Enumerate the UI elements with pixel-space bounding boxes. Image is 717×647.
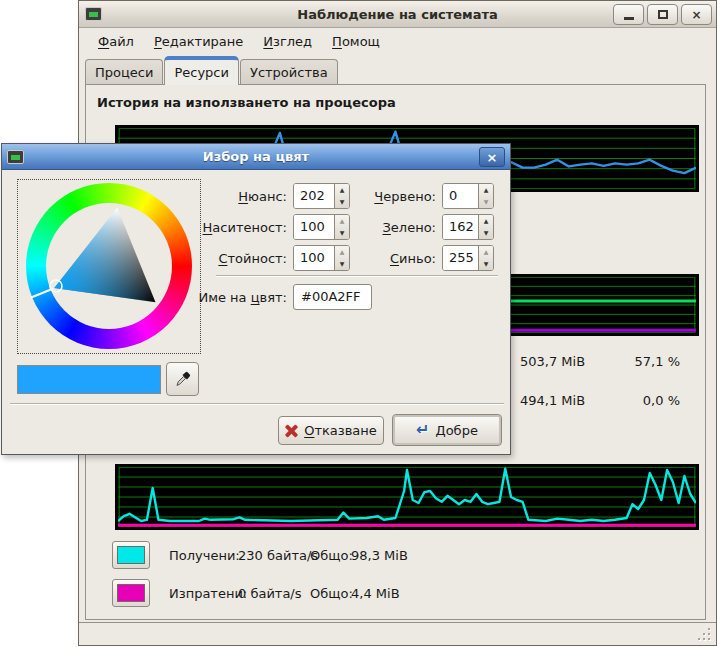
memory-used-percent: 57,1 % xyxy=(615,354,680,369)
statusbar xyxy=(79,622,716,645)
hue-label: Нюанс: xyxy=(238,189,287,204)
menubar: Файл Редактиране Изглед Помощ xyxy=(80,29,715,54)
menu-help[interactable]: Помощ xyxy=(322,32,390,51)
sent-total-label: Общо: xyxy=(310,586,353,601)
ok-enter-icon: ↵ xyxy=(416,423,429,437)
received-legend-row: Получени: 230 байта/s Общо: 98,3 MiB xyxy=(112,540,150,570)
minimize-button[interactable] xyxy=(613,4,644,25)
spinner-arrows[interactable]: ▲▼ xyxy=(334,246,349,270)
spin-down-icon: ▼ xyxy=(335,196,349,208)
received-color-swatch xyxy=(117,546,145,564)
spin-up-icon: ▲ xyxy=(335,246,349,258)
tab-resources[interactable]: Ресурси xyxy=(164,56,239,85)
hsv-wheel-frame xyxy=(17,179,201,354)
value-spinner[interactable]: 100 ▲▼ xyxy=(293,245,350,271)
close-icon: × xyxy=(487,150,498,165)
hue-marker xyxy=(31,289,53,298)
hue-spinner[interactable]: 202 ▲▼ xyxy=(293,183,350,209)
spinner-arrows[interactable]: ▲▼ xyxy=(334,215,349,239)
minimize-icon xyxy=(624,17,634,20)
ok-button[interactable]: ↵ Добре xyxy=(392,414,502,446)
sv-triangle[interactable] xyxy=(26,183,192,349)
color-name-label: Име на цвят: xyxy=(198,290,287,305)
color-picker-dialog: Избор на цвят × Нюанс: 202 ▲▼ Нас xyxy=(1,143,511,455)
blue-spinner[interactable]: 255 ▲▼ xyxy=(442,245,494,271)
close-button[interactable]: × xyxy=(681,4,712,25)
saturation-label: Наситеност: xyxy=(203,220,287,235)
sent-legend-row: Изпратени: 0 байта/s Общо: 4,4 MiB xyxy=(112,578,150,608)
cancel-button[interactable]: Отказване xyxy=(278,416,384,445)
menu-view[interactable]: Изглед xyxy=(253,32,322,51)
spinner-arrows[interactable]: ▲▼ xyxy=(478,215,493,239)
menu-edit[interactable]: Редактиране xyxy=(144,32,253,51)
resize-grip-icon[interactable] xyxy=(698,628,710,640)
dialog-title: Избор на цвят xyxy=(2,149,510,164)
spin-up-icon: ▲ xyxy=(479,184,493,196)
spin-down-icon: ▼ xyxy=(479,196,493,208)
spinner-arrows[interactable]: ▲▼ xyxy=(478,184,493,208)
maximize-button[interactable] xyxy=(647,4,678,25)
spin-down-icon: ▼ xyxy=(335,227,349,239)
spin-up-icon: ▲ xyxy=(335,184,349,196)
received-label: Получени: xyxy=(169,548,240,563)
tab-processes[interactable]: Процеси xyxy=(85,59,163,85)
memory-stat-row: 503,7 MiB 57,1 % xyxy=(520,354,680,369)
color-preview-swatch xyxy=(17,365,161,394)
divider xyxy=(10,403,504,405)
red-spinner[interactable]: 0 ▲▼ xyxy=(442,183,494,209)
sent-color-swatch xyxy=(117,584,145,602)
swap-stat-row: 494,1 MiB 0,0 % xyxy=(520,393,680,408)
color-name-input[interactable]: #00A2FF xyxy=(293,284,372,310)
received-total-label: Общо: xyxy=(310,548,353,563)
menu-file[interactable]: Файл xyxy=(88,32,144,51)
green-label: Зелено: xyxy=(383,220,436,235)
titlebar[interactable]: Наблюдение на системата × xyxy=(79,1,716,28)
dialog-close-button[interactable]: × xyxy=(479,147,505,167)
sent-label: Изпратени: xyxy=(169,586,247,601)
sent-rate: 0 байта/s xyxy=(238,586,302,601)
sent-total: 4,4 MiB xyxy=(351,586,400,601)
received-rate: 230 байта/s xyxy=(238,548,318,563)
dialog-titlebar[interactable]: Избор на цвят × xyxy=(2,144,510,170)
swap-used-percent: 0,0 % xyxy=(615,393,680,408)
eyedropper-button[interactable] xyxy=(166,362,199,396)
spin-up-icon: ▲ xyxy=(335,215,349,227)
received-color-button[interactable] xyxy=(112,541,150,569)
received-total: 98,3 MiB xyxy=(351,548,408,563)
spin-down-icon: ▼ xyxy=(335,258,349,270)
sent-color-button[interactable] xyxy=(112,579,150,607)
red-label: Червено: xyxy=(374,189,436,204)
network-history-chart xyxy=(115,464,699,530)
green-spinner[interactable]: 162 ▲▼ xyxy=(442,214,494,240)
spinner-arrows[interactable]: ▲▼ xyxy=(334,184,349,208)
spin-up-icon: ▲ xyxy=(479,246,493,258)
spin-up-icon: ▲ xyxy=(479,215,493,227)
tab-devices[interactable]: Устройства xyxy=(240,59,338,85)
memory-used-value: 503,7 MiB xyxy=(520,354,615,369)
spin-down-icon: ▼ xyxy=(479,227,493,239)
tabbar: Процеси Ресурси Устройства xyxy=(85,56,339,85)
value-label: Стойност: xyxy=(218,251,287,266)
spinner-arrows[interactable]: ▲▼ xyxy=(478,246,493,270)
saturation-spinner[interactable]: 100 ▲▼ xyxy=(293,214,350,240)
cpu-history-title: История на използването на процесора xyxy=(97,95,396,110)
eyedropper-icon xyxy=(174,370,192,388)
close-icon: × xyxy=(691,8,701,22)
blue-label: Синьо: xyxy=(390,251,436,266)
divider xyxy=(216,275,498,277)
cancel-x-icon xyxy=(285,424,298,437)
swap-used-value: 494,1 MiB xyxy=(520,393,615,408)
maximize-icon xyxy=(658,10,668,19)
spin-down-icon: ▼ xyxy=(479,258,493,270)
